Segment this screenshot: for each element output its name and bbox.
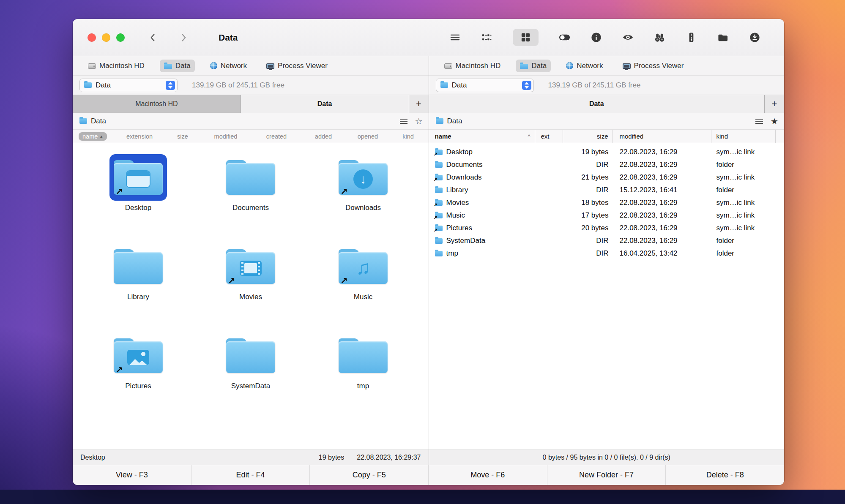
- favorites-item[interactable]: Process Viewer: [262, 60, 332, 72]
- column-header[interactable]: name▲: [73, 132, 115, 141]
- folder-item[interactable]: Library: [109, 243, 167, 301]
- folder-icon: [79, 118, 87, 124]
- status-selected-size: 19 bytes: [319, 454, 344, 461]
- path-select[interactable]: Data: [79, 79, 178, 92]
- column-header[interactable]: modified: [201, 133, 252, 140]
- favorites-item[interactable]: Process Viewer: [618, 60, 688, 72]
- list-view-icon[interactable]: [400, 118, 407, 124]
- search-binoculars-button[interactable]: [654, 32, 665, 43]
- favorites-item[interactable]: Macintosh HD: [440, 60, 505, 72]
- menu-icon: [449, 32, 461, 43]
- column-header[interactable]: created: [252, 133, 303, 140]
- network-share-button[interactable]: [717, 32, 729, 43]
- column-header[interactable]: modified: [613, 130, 711, 143]
- chevron-left-icon: [148, 32, 159, 43]
- right-status-bar: 0 bytes / 95 bytes in 0 / 0 file(s). 0 /…: [429, 450, 785, 465]
- menu-button[interactable]: [449, 32, 461, 43]
- function-button[interactable]: View - F3: [73, 465, 191, 485]
- pane-tab[interactable]: Macintosh HD: [73, 95, 241, 113]
- folder-name: Downloads: [345, 204, 381, 212]
- zoom-button[interactable]: [116, 33, 125, 42]
- folder-icon: [435, 238, 443, 244]
- file-row[interactable]: Desktop 19 bytes 22.08.2023, 16:29 sym…i…: [429, 146, 785, 158]
- right-new-tab-button[interactable]: +: [765, 95, 784, 113]
- file-size: DIR: [563, 247, 613, 260]
- breadcrumb[interactable]: Data: [91, 117, 106, 125]
- favorite-star-icon[interactable]: [771, 117, 778, 125]
- breadcrumb[interactable]: Data: [447, 117, 462, 125]
- view-toggle-button[interactable]: [559, 32, 570, 43]
- info-button[interactable]: [591, 32, 602, 43]
- column-header[interactable]: size: [166, 133, 201, 140]
- list-columns-button[interactable]: [481, 32, 492, 43]
- folder-name: Documents: [232, 204, 269, 212]
- file-modified: 22.08.2023, 16:29: [613, 209, 711, 222]
- grid-button[interactable]: [513, 29, 539, 46]
- file-ext: [535, 171, 563, 184]
- file-row[interactable]: Pictures 20 bytes 22.08.2023, 16:29 sym……: [429, 222, 785, 234]
- folder-glyph-icon: [339, 252, 388, 284]
- function-button[interactable]: Edit - F4: [191, 465, 310, 485]
- download-icon: [749, 32, 760, 43]
- folder-item[interactable]: Documents: [222, 154, 279, 212]
- folder-icon: [435, 213, 443, 218]
- function-button[interactable]: Delete - F8: [665, 465, 784, 485]
- favorite-icon: [623, 63, 631, 69]
- file-row[interactable]: SystemData DIR 22.08.2023, 16:29 folder: [429, 234, 785, 247]
- left-new-tab-button[interactable]: +: [409, 95, 429, 113]
- minimize-button[interactable]: [102, 33, 110, 42]
- column-header[interactable]: ext: [535, 130, 563, 143]
- folder-item[interactable]: Music: [334, 243, 392, 301]
- file-row[interactable]: Movies 18 bytes 22.08.2023, 16:29 sym…ic…: [429, 196, 785, 209]
- file-row[interactable]: Music 17 bytes 22.08.2023, 16:29 sym…ic …: [429, 209, 785, 222]
- file-ext: [535, 146, 563, 158]
- column-header[interactable]: size: [563, 130, 613, 143]
- folder-item[interactable]: Pictures: [109, 332, 167, 390]
- folder-glyph-icon: [114, 252, 163, 284]
- file-row[interactable]: tmp DIR 16.04.2025, 13:42 folder: [429, 247, 785, 260]
- folder-item[interactable]: Downloads: [334, 154, 392, 212]
- download-button[interactable]: [749, 32, 760, 43]
- path-stepper-icon[interactable]: [166, 81, 175, 90]
- file-name: tmp: [446, 249, 458, 258]
- folder-name: SystemData: [231, 382, 271, 390]
- folder-name: tmp: [357, 382, 369, 390]
- list-view-icon[interactable]: [755, 118, 763, 124]
- preview-eye-button[interactable]: [622, 32, 634, 43]
- favorite-icon: [210, 62, 217, 69]
- file-name: Movies: [446, 199, 469, 207]
- favorites-item[interactable]: Data: [160, 60, 195, 72]
- folder-item[interactable]: SystemData: [222, 332, 279, 390]
- back-button[interactable]: [147, 31, 159, 44]
- column-header[interactable]: kind: [391, 133, 427, 140]
- file-row[interactable]: Library DIR 15.12.2023, 16:41 folder: [429, 184, 785, 196]
- function-button[interactable]: Copy - F5: [309, 465, 428, 485]
- path-stepper-icon[interactable]: [522, 81, 531, 90]
- column-header[interactable]: name^: [429, 130, 535, 143]
- column-header[interactable]: kind: [711, 130, 776, 143]
- folder-item[interactable]: tmp: [334, 332, 392, 390]
- favorites-item[interactable]: Data: [516, 60, 551, 72]
- close-button[interactable]: [88, 33, 96, 42]
- favorite-icon: [164, 64, 172, 69]
- file-kind: folder: [711, 184, 776, 196]
- folder-item[interactable]: Desktop: [109, 154, 167, 212]
- pane-tab[interactable]: Data: [429, 95, 765, 113]
- path-select[interactable]: Data: [436, 79, 534, 92]
- favorites-item[interactable]: Network: [206, 60, 251, 72]
- favorites-item[interactable]: Macintosh HD: [84, 60, 149, 72]
- function-button[interactable]: New Folder - F7: [547, 465, 666, 485]
- file-row[interactable]: Downloads 21 bytes 22.08.2023, 16:29 sym…: [429, 171, 785, 184]
- right-path-bar: Data 139,19 GB of 245,11 GB free: [429, 76, 785, 95]
- column-header[interactable]: extension: [115, 133, 166, 140]
- favorite-star-icon[interactable]: [415, 117, 423, 125]
- archive-button[interactable]: [686, 32, 697, 43]
- function-button[interactable]: Move - F6: [428, 465, 547, 485]
- column-header[interactable]: added: [303, 133, 346, 140]
- file-row[interactable]: Documents DIR 22.08.2023, 16:29 folder: [429, 158, 785, 171]
- column-header[interactable]: opened: [346, 133, 391, 140]
- favorites-item[interactable]: Network: [562, 60, 607, 72]
- pane-tab[interactable]: Data: [241, 95, 409, 113]
- forward-button[interactable]: [177, 31, 190, 44]
- folder-item[interactable]: Movies: [222, 243, 279, 301]
